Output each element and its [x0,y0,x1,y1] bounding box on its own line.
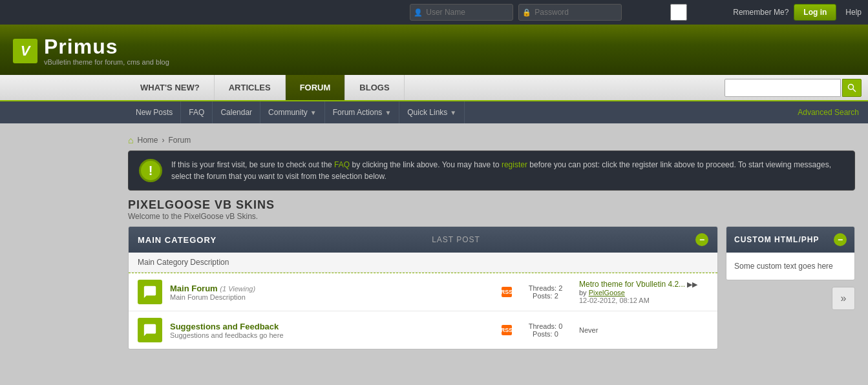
svg-point-0 [849,84,854,89]
logo-text-area: Primus vBulletin theme for forum, cms an… [44,36,169,66]
logo-area: V Primus vBulletin theme for forum, cms … [13,36,169,66]
forum-title-area: PIXELGOOSE VB SKINS Welcome to the Pixel… [128,198,855,221]
last-post-never: Never [579,326,708,334]
remember-me-checkbox[interactable] [627,4,730,21]
forum-row: Suggestions and Feedback Suggestions and… [129,311,717,349]
username-input[interactable] [410,4,513,21]
forum-desc-2: Suggestions and feedbacks go here [170,331,494,339]
top-bar: 👤 🔒 Remember Me? Log in Help [0,0,868,25]
last-post-user-link[interactable]: PixelGoose [589,289,625,297]
sub-nav-forum-actions[interactable]: Forum Actions ▼ [325,101,400,123]
double-arrow-box: » [726,287,855,310]
forum-speech-icon-2 [143,323,157,337]
breadcrumb: ⌂ Home › Forum [128,130,855,151]
notice-icon: ! [139,159,162,182]
password-input[interactable] [518,4,622,21]
main-layout: MAIN CATEGORY LAST POST − Main Category … [128,226,855,356]
forum-name-row-2: Suggestions and Feedback [170,322,494,331]
quick-links-dropdown-arrow: ▼ [450,109,456,116]
forum-actions-dropdown: Forum Actions ▼ [333,108,392,117]
sub-nav-calendar[interactable]: Calendar [213,101,260,123]
category-title: MAIN CATEGORY [138,235,217,245]
lock-icon: 🔒 [522,8,531,17]
username-input-wrap: 👤 [410,4,513,21]
forum-info: Main Forum (1 Viewing) Main Forum Descri… [170,284,494,301]
sub-nav-new-posts[interactable]: New Posts [128,101,181,123]
tab-blogs[interactable]: BLOGS [345,75,404,100]
sidebar-collapse-button[interactable]: − [834,233,847,246]
content-wrapper: ⌂ Home › Forum ! If this is your first v… [0,123,868,362]
category-last-post-label: LAST POST [432,235,480,244]
faq-link[interactable]: FAQ [334,160,350,169]
sub-nav-community[interactable]: Community ▼ [260,101,325,123]
forum-name-row: Main Forum (1 Viewing) [170,284,494,293]
forum-suggestions-link[interactable]: Suggestions and Feedback [170,322,279,331]
forum-icon [138,280,162,304]
threads-stat: Threads: 2 [520,284,571,292]
forum-icon-suggestions [138,318,162,342]
rss-icon[interactable]: RSS [502,287,512,297]
notice-box: ! If this is your first visit, be sure t… [128,151,855,191]
left-content: MAIN CATEGORY LAST POST − Main Category … [128,226,718,356]
community-dropdown-arrow: ▼ [310,109,317,116]
advanced-search-link[interactable]: Advanced Search [789,108,868,117]
logo-subtitle: vBulletin theme for forum, cms and blog [44,58,169,66]
tab-articles[interactable]: ARTICLES [215,75,286,100]
last-post-date: 12-02-2012, 08:12 AM [579,297,708,304]
last-post-title-row: Metro theme for Vbulletin 4.2... ▶▶ [579,280,708,289]
sub-nav: New Posts FAQ Calendar Community ▼ Forum… [0,101,868,123]
posts-stat-2: Posts: 0 [520,330,571,338]
forum-info-suggestions: Suggestions and Feedback Suggestions and… [170,322,494,339]
forum-main-link[interactable]: Main Forum [170,284,218,293]
help-link[interactable]: Help [845,8,862,17]
sub-nav-faq[interactable]: FAQ [181,101,213,123]
category-header: MAIN CATEGORY LAST POST − [129,227,717,253]
sidebar-box: CUSTOM HTML/PHP − Some custom text goes … [726,226,855,280]
register-link[interactable]: register [502,160,527,169]
forum-stats-2: Threads: 0 Posts: 0 [520,322,571,338]
forum-welcome: Welcome to the PixelGoose vB Skins. [128,212,855,221]
category-description: Main Category Description [129,253,717,273]
breadcrumb-current: Forum [168,136,191,145]
forum-last-post: Metro theme for Vbulletin 4.2... ▶▶ by P… [579,280,708,304]
site-header: V Primus vBulletin theme for forum, cms … [0,25,868,75]
community-dropdown: Community ▼ [268,108,317,117]
forum-desc: Main Forum Description [170,293,494,301]
home-icon: ⌂ [128,135,133,145]
last-post-arrow: ▶▶ [687,280,697,288]
tab-whats-new[interactable]: WHAT'S NEW? [126,75,215,100]
tab-forum[interactable]: FORUM [286,75,346,100]
main-category-box: MAIN CATEGORY LAST POST − Main Category … [128,226,718,349]
last-post-by-row: by PixelGoose [579,289,708,297]
notice-text: If this is your first visit, be sure to … [171,159,844,182]
search-input[interactable] [725,79,841,97]
last-post-title-link[interactable]: Metro theme for Vbulletin 4.2... [579,280,685,289]
forum-speech-icon [143,285,157,299]
logo-title: Primus [44,36,169,57]
password-input-wrap: 🔒 [518,4,622,21]
remember-me-label: Remember Me? [627,4,789,21]
forum-actions-dropdown-arrow: ▼ [385,109,391,116]
category-collapse-button[interactable]: − [695,233,708,246]
sidebar-header: CUSTOM HTML/PHP − [726,227,854,253]
forum-last-post-2: Never [579,326,708,334]
main-nav: WHAT'S NEW? ARTICLES FORUM BLOGS [0,75,868,101]
search-icon [847,83,856,92]
search-box-area [725,79,868,97]
double-arrow-button[interactable]: » [832,287,855,310]
forum-stats: Threads: 2 Posts: 2 [520,284,571,300]
login-button[interactable]: Log in [794,4,836,21]
quick-links-dropdown: Quick Links ▼ [407,108,456,117]
search-button[interactable] [842,79,862,97]
rss-icon-2[interactable]: RSS [502,325,512,335]
sidebar-title: CUSTOM HTML/PHP [734,235,819,244]
logo-icon: V [13,39,37,63]
user-icon: 👤 [414,8,423,17]
sidebar-content: Some custom text goes here [726,253,854,280]
posts-stat: Posts: 2 [520,292,571,300]
breadcrumb-home[interactable]: Home [137,136,158,145]
forum-viewing: (1 Viewing) [220,285,255,293]
svg-line-1 [853,88,856,92]
forum-row: Main Forum (1 Viewing) Main Forum Descri… [129,273,717,311]
sub-nav-quick-links[interactable]: Quick Links ▼ [399,101,465,123]
